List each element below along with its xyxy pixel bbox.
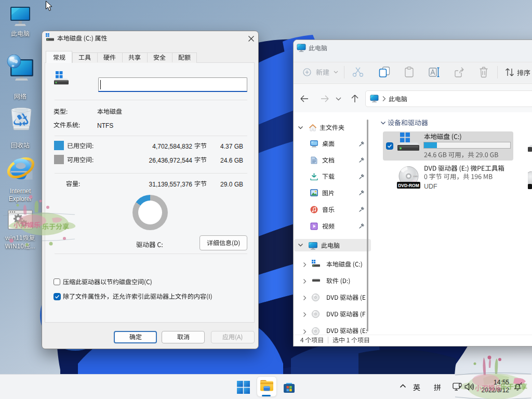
svg-text:Z: Z	[520, 382, 523, 385]
svg-text:DVD: DVD	[414, 175, 418, 178]
svg-text:DVD-ROM: DVD-ROM	[398, 183, 419, 188]
